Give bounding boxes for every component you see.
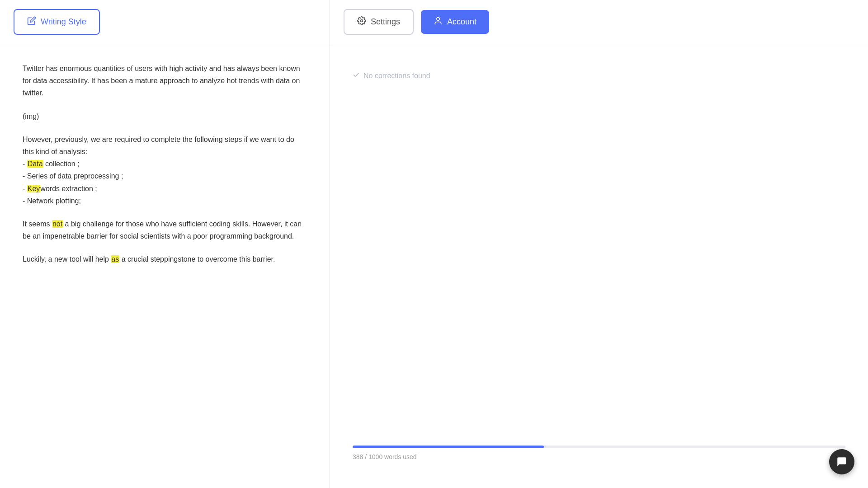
no-corrections-text: No corrections found [363,72,430,80]
chat-icon [836,456,848,468]
progress-bar-container [353,446,845,448]
account-label: Account [447,17,476,27]
paragraph-3: However, previously, we are required to … [23,133,307,207]
left-toolbar: Writing Style [0,0,330,44]
settings-button[interactable]: Settings [344,9,414,35]
paragraph-img: (img) [23,110,307,122]
writing-style-button[interactable]: Writing Style [14,9,100,35]
paragraph-5: Luckily, a new tool will help as a cruci… [23,253,307,265]
account-button[interactable]: Account [421,10,489,34]
right-panel: Settings Account No corrections found [330,0,868,488]
word-count-label: 388 / 1000 words used [353,453,417,460]
progress-bar-fill [353,446,544,448]
left-panel: Writing Style Twitter has enormous quant… [0,0,330,488]
account-icon [434,16,443,28]
highlight-as: as [111,255,119,263]
right-toolbar: Settings Account [330,0,868,44]
highlight-key: Key [27,185,41,192]
settings-icon [357,16,366,28]
highlight-not: not [52,220,63,228]
paragraph-1: Twitter has enormous quantities of users… [23,62,307,99]
paragraph-4: It seems not a big challenge for those w… [23,218,307,242]
svg-point-1 [437,18,440,21]
check-icon [353,71,360,80]
word-count-section: 388 / 1000 words used [353,446,845,470]
edit-icon [27,16,36,28]
right-content: No corrections found 388 / 1000 words us… [330,44,868,488]
settings-label: Settings [371,17,400,27]
content-area: Twitter has enormous quantities of users… [0,44,330,488]
chat-button[interactable] [829,449,854,474]
svg-point-0 [361,20,363,22]
highlight-data: Data [27,160,43,168]
writing-style-label: Writing Style [41,17,86,27]
no-corrections-section: No corrections found [353,71,845,80]
